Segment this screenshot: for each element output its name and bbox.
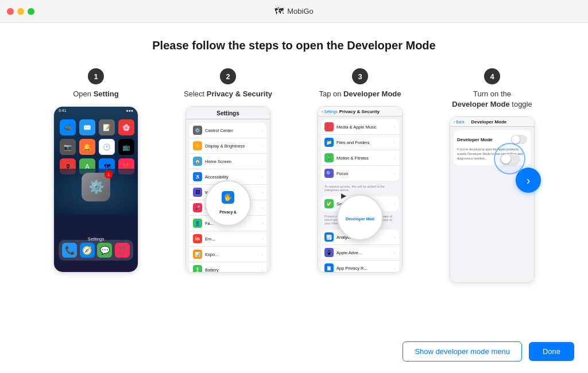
magnifier-step2-content: 🖐 Privacy & [219,191,237,216]
bottom-bar: Show developer mode menu Done [403,341,574,362]
step4-toggle-row: Developer Mode [457,135,527,144]
step3-privacy-list: 🎵 Media & Apple Music › 📁 Files and Fold… [321,119,399,181]
dock-messages: 💬 [97,243,112,258]
settings-item-exposure: 📊 Expo... › [189,247,266,262]
privacy-item-files: 📁 Files and Folders › [321,135,399,150]
app-clock: 🕐 [99,139,115,155]
app-photos: 🌸 [118,119,134,135]
magnifier-step2: 🖐 Privacy & [205,180,251,226]
dock-phone: 📞 [62,243,77,258]
cursor-indicator: ▶ [341,192,346,200]
privacy-item-focus: 🔍 Focus › [321,166,399,181]
magnifier-step3-content: Developer Mod [346,212,374,223]
step-2-label: Select Privacy & Security [184,89,272,99]
step-3-number: 3 [352,68,368,84]
magnifier-step3: Developer Mod [337,195,383,240]
notification-badge: 1 [105,170,113,178]
step2-nav: Settings [186,107,270,119]
app-mail: ✉️ [79,119,95,135]
app-icon: 🗺 [274,6,284,17]
maximize-button[interactable] [28,8,34,15]
app-notes: 📝 [99,119,115,135]
minimize-button[interactable] [17,8,24,15]
settings-item-control: ⚙️ Control Center › [189,123,266,138]
main-content: Please follow the steps to open the Deve… [0,23,588,304]
step-3-label: Tap on Developer Mode [319,89,401,99]
magnifier-step3-label: Developer Mod [346,217,374,221]
step-2-container: 2 Select Privacy & Security Settings ⚙️ … [168,68,288,273]
step-1-screenshot: 9:41 ●●● 📹 ✉️ 📝 🌸 📷 🔔 🕐 📺 [53,106,138,273]
title-bar: 🗺 MobiGo [0,0,588,23]
privacy-item-motion: 🏃 Motion & Fitness › [321,150,399,166]
step-4-screenshot: ‹ Back Developer Mode Developer Mode [450,116,535,283]
privacy-item-appprivacy: 📋 App Privacy R... › [321,261,399,273]
app-appletv: 📺 [118,139,134,155]
show-developer-mode-button[interactable]: Show developer mode menu [403,341,522,362]
app-title: 🗺 MobiGo [274,6,314,17]
step-1-number: 1 [88,68,104,84]
settings-app-icon: ⚙️ 1 [82,173,110,201]
app-reminders: 🔔 [79,139,95,155]
steps-row: 1 Open Setting 9:41 ●●● 📹 ✉️ 📝 🌸 [36,68,552,283]
step-4-number: 4 [484,68,500,84]
done-button[interactable]: Done [529,342,574,361]
step-3-container: 3 Tap on Developer Mode ‹ Settings Priva… [300,68,420,273]
magnifier-step2-label: Privacy & [219,210,237,214]
step4-nav: ‹ Back Developer Mode [450,117,534,127]
settings-item-home: 🏠 Home Screen › [189,154,266,169]
settings-item-battery: 🔋 Battery › [189,262,266,273]
app-name-label: MobiGo [287,7,314,15]
app-facetime: 📹 [60,119,76,135]
next-arrow-button[interactable]: › [516,168,541,193]
step-1-container: 1 Open Setting 9:41 ●●● 📹 ✉️ 📝 🌸 [36,68,156,273]
toggle-visual [501,154,519,164]
step-2-number: 2 [220,68,236,84]
settings-item-ems: 🆘 Em... › [189,231,266,247]
step3-small-text: To request access, this will be added to… [318,184,402,194]
privacy-item-media: 🎵 Media & Apple Music › [321,119,399,135]
app-grid: 📹 ✉️ 📝 🌸 📷 🔔 🕐 📺 🎙 A 🗺 ❤️ [54,117,138,177]
step3-nav: ‹ Settings Privacy & Security [318,107,402,116]
traffic-lights [7,8,34,15]
settings-item-display: ☀️ Display & Brightness › [189,138,266,154]
status-bar: 9:41 ●●● [54,107,138,117]
steps-row-wrapper: 1 Open Setting 9:41 ●●● 📹 ✉️ 📝 🌸 [36,68,552,292]
dock-safari: 🧭 [80,243,95,258]
dock-music: 🎵 [115,243,130,258]
app-camera: 📷 [60,139,76,155]
step-4-label: Turn on theDeveloper Mode toggle [452,89,532,110]
step-1-label: Open Setting [73,89,118,99]
privacy-item-advertising: 📱 Apple Adve... › [321,245,399,261]
step-3-screenshot: ‹ Settings Privacy & Security 🎵 Media & … [318,106,403,273]
step-2-screenshot: Settings ⚙️ Control Center › ☀️ Display … [185,106,270,273]
close-button[interactable] [7,8,14,15]
page-title: Please follow the steps to open the Deve… [152,39,435,52]
dock: 📞 🧭 💬 🎵 [59,240,133,261]
